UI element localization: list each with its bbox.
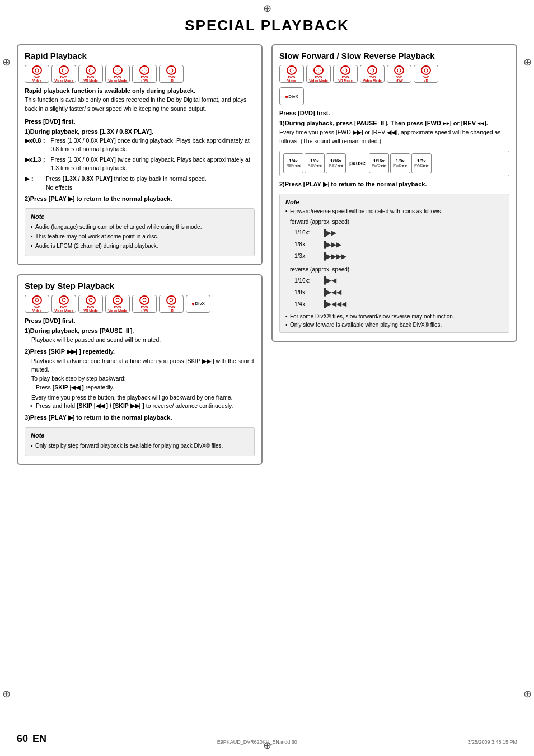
disc-graphic bbox=[139, 65, 149, 75]
rapid-press-dvd: Press [DVD] first. bbox=[25, 118, 255, 125]
rapid-note2: This feature may not work at some point … bbox=[31, 232, 249, 241]
step-by-step-section: Step by Step Playback DVDVideo DVDVideo … bbox=[17, 274, 263, 465]
reg-mark-left-top: ⊕ bbox=[2, 56, 11, 68]
sbs-step1: 1)During playback, press [PAUSE ⏸]. bbox=[25, 327, 255, 334]
fwd-speed-value-2: 1/8x: bbox=[294, 240, 317, 249]
rapid-playback-icons: DVDVideo DVDVideo Mode DVDVR Mode DVDVid… bbox=[25, 65, 255, 83]
disc-graphic bbox=[340, 65, 350, 75]
speed-box-fwd-1-8x: 1/8x FWD▶▶ bbox=[390, 153, 410, 173]
sf-note1-bullet: • bbox=[285, 208, 288, 214]
disc-graphic bbox=[32, 65, 42, 75]
rapid-playback-section: Rapid Playback DVDVideo DVDVideo Mode DV… bbox=[17, 44, 263, 265]
sbs-dvd-icon-video-mode2: DVDVideo Mode bbox=[105, 295, 130, 313]
fwd-speed-value-3: 1/3x: bbox=[294, 252, 317, 261]
sf-press-dvd: Press [DVD] first. bbox=[279, 110, 509, 116]
fwd-speed-arrow-3: ▐▶▶▶▶ bbox=[321, 251, 346, 262]
sf-note2-text: For some DivX® files, slow forward/slow … bbox=[290, 313, 455, 320]
rapid-bullet3-sym: ▶： bbox=[25, 175, 43, 191]
rapid-bullet3: ▶： Press [1.3X / 0.8X PLAY] thrice to pl… bbox=[25, 175, 255, 191]
reverse-speed-table: reverse (approx. speed) 1/16x: ▐▶◀ 1/8x:… bbox=[285, 265, 503, 310]
disc-graphic bbox=[367, 65, 377, 75]
fwd-speed-1-3x: 1/3x: ▐▶▶▶▶ bbox=[285, 251, 503, 262]
step-by-step-title: Step by Step Playback bbox=[25, 281, 255, 290]
page-number: 60 bbox=[17, 733, 28, 745]
sbs-step1-text: Playback will be paused and sound will b… bbox=[25, 336, 255, 345]
footer-center: E9PKAUD_DVR620KU_EN.indd 60 bbox=[217, 738, 297, 745]
forward-label: forward (approx. speed) bbox=[285, 218, 503, 227]
disc-graphic bbox=[313, 65, 324, 75]
rapid-note1: Audio (language) setting cannot be chang… bbox=[31, 223, 249, 231]
sbs-divx-icon: ● DivX bbox=[186, 295, 210, 313]
sf-note3-container: • Only slow forward is available when pl… bbox=[285, 322, 503, 328]
dvd-icon-video: DVDVideo bbox=[25, 65, 49, 83]
rapid-bullet2-sym: ▶x1.3： bbox=[25, 156, 47, 172]
rev-speed-arrow-2: ▐▶◀◀ bbox=[321, 287, 341, 298]
disc-graphic bbox=[394, 65, 404, 75]
sf-step2: 2)Press [PLAY ▶] to return to the normal… bbox=[279, 181, 509, 188]
footer-right: 3/25/2009 3:48:15 PM bbox=[467, 738, 517, 745]
disc-graphic bbox=[421, 65, 431, 75]
rev-speed-arrow-1: ▐▶◀ bbox=[321, 275, 336, 286]
speed-box-fwd-1-16x: 1/16x FWD▶▶ bbox=[369, 153, 389, 173]
sf-note-box: Note • Forward/reverse speed will be ind… bbox=[279, 194, 509, 333]
sf-dvd-icon-vr-mode: DVDVR Mode bbox=[333, 65, 358, 83]
slow-forward-section: Slow Forward / Slow Reverse Playback DVD… bbox=[271, 44, 517, 342]
sf-dvd-icon-r: DVD+R bbox=[414, 65, 438, 83]
sbs-dvd-icon-video-mode: DVDVideo Mode bbox=[51, 295, 76, 313]
rapid-note3: Audio is LPCM (2 channel) during rapid p… bbox=[31, 242, 249, 250]
sf-step1-text: Every time you press [FWD ▶▶] or [REV ◀◀… bbox=[279, 128, 509, 146]
speed-diagram: 1/4x REV◀◀ 1/8x REV◀◀ 1/16x REV◀◀ pause … bbox=[279, 151, 509, 176]
footer-file: E9PKAUD_DVR620KU_EN.indd 60 bbox=[217, 739, 297, 745]
rapid-step2: 2)Press [PLAY ▶] to return to the normal… bbox=[25, 195, 255, 203]
disc-graphic bbox=[32, 295, 42, 305]
sbs-note-title: Note bbox=[31, 432, 249, 439]
sbs-note1: Only step by step forward playback is av… bbox=[31, 442, 249, 450]
rev-speed-value-3: 1/4x: bbox=[294, 300, 317, 309]
slow-forward-title: Slow Forward / Slow Reverse Playback bbox=[279, 51, 509, 60]
dvd-icon-video-mode2: DVDVideo Mode bbox=[105, 65, 130, 83]
sf-note3-text: Only slow forward is available when play… bbox=[290, 322, 442, 328]
reg-mark-left-bottom: ⊕ bbox=[2, 688, 11, 700]
disc-graphic bbox=[287, 65, 297, 75]
disc-graphic bbox=[86, 295, 96, 305]
right-column: Slow Forward / Slow Reverse Playback DVD… bbox=[271, 44, 517, 474]
sf-note2-bullet: • bbox=[285, 313, 288, 320]
sbs-step2-sub: Press and hold [SKIP |◀◀ ] / [SKIP ▶▶| ]… bbox=[25, 402, 255, 411]
fwd-speed-value-1: 1/16x: bbox=[294, 228, 317, 237]
sf-note2-container: • For some DivX® files, slow forward/slo… bbox=[285, 313, 503, 320]
step-by-step-icons: DVDVideo DVDVideo Mode DVDVR Mode DVDVid… bbox=[25, 295, 255, 313]
dvd-icon-video-mode: DVDVideo Mode bbox=[51, 65, 76, 83]
sbs-step2-heading: 2)Press [SKIP ▶▶| ] repeatedly. bbox=[25, 348, 255, 355]
fwd-speed-1-8x: 1/8x: ▐▶▶▶ bbox=[285, 240, 503, 250]
speed-box-1-4x: 1/4x REV◀◀ bbox=[283, 153, 303, 173]
speed-box-fwd-1-3x: 1/3x FWD▶▶ bbox=[411, 153, 432, 173]
reverse-label: reverse (approx. speed) bbox=[285, 265, 503, 274]
rev-speed-value-1: 1/16x: bbox=[294, 276, 317, 285]
disc-graphic bbox=[113, 65, 123, 75]
rev-speed-value-2: 1/8x: bbox=[294, 288, 317, 297]
sf-note-title: Note bbox=[285, 199, 503, 205]
dvd-icon-rw: DVD+RW bbox=[132, 65, 157, 83]
sbs-dvd-icon-r: DVD+R bbox=[159, 295, 184, 313]
slow-forward-icons: DVDVideo DVDVideo Mode DVDVR Mode DVDVid… bbox=[279, 65, 509, 83]
sf-note3-bullet: • bbox=[285, 322, 288, 328]
page: ⊕ ⊕ ⊕ ⊕ ⊕ SPECIAL PLAYBACK Rapid Playbac… bbox=[0, 0, 534, 756]
speed-box-1-8x: 1/8x REV◀◀ bbox=[305, 153, 325, 173]
rapid-step1: 1)During playback, press [1.3X / 0.8X PL… bbox=[25, 128, 255, 135]
fwd-speed-arrow-1: ▐▶▶ bbox=[321, 228, 336, 238]
page-title: SPECIAL PLAYBACK bbox=[17, 17, 517, 34]
reg-mark-right-top: ⊕ bbox=[523, 56, 532, 68]
sbs-dvd-icon-rw: DVD+RW bbox=[132, 295, 157, 313]
two-column-layout: Rapid Playback DVDVideo DVDVideo Mode DV… bbox=[17, 44, 517, 474]
forward-speed-table: forward (approx. speed) 1/16x: ▐▶▶ 1/8x:… bbox=[285, 218, 503, 262]
speed-box-1-16x: 1/16x REV◀◀ bbox=[326, 153, 346, 173]
divx-text2: DivX bbox=[288, 94, 298, 99]
sf-dvd-icon-video-mode: DVDVideo Mode bbox=[306, 65, 331, 83]
sf-divx-icon: ● DivX bbox=[279, 87, 304, 105]
rapid-bullet1-text: Press [1.3X / 0.8X PLAY] once during pla… bbox=[50, 137, 255, 153]
sbs-step2-backward: To play back step by step backward: bbox=[25, 374, 255, 383]
sf-dvd-icon-rw: DVD+RW bbox=[387, 65, 411, 83]
sbs-note-box: Note Only step by step forward playback … bbox=[25, 427, 255, 456]
fwd-speed-arrow-2: ▐▶▶▶ bbox=[321, 240, 341, 250]
left-column: Rapid Playback DVDVideo DVDVideo Mode DV… bbox=[17, 44, 263, 474]
